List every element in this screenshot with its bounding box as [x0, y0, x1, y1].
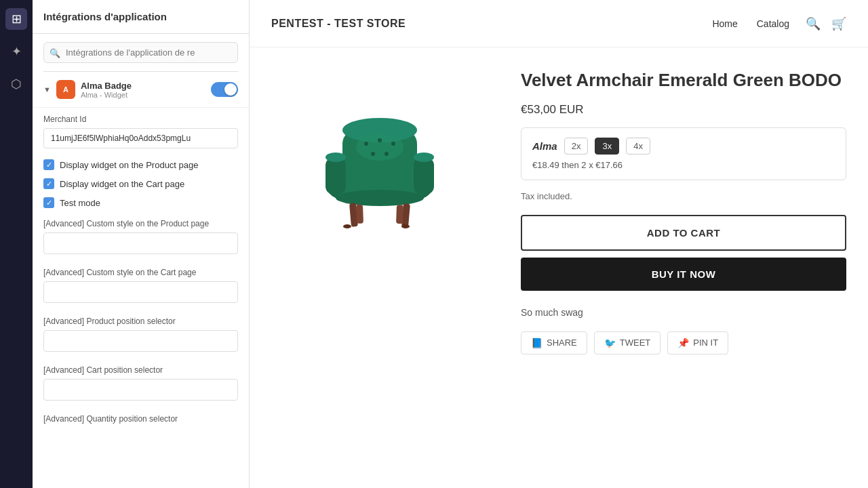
product-title: Velvet Armchair Emerald Green BODO	[521, 69, 846, 92]
svg-point-19	[371, 152, 375, 156]
checkbox-cart-page-label: Display widget on the Cart page	[60, 179, 184, 189]
alma-3x-option[interactable]: 3x	[595, 138, 619, 155]
pinterest-share-button[interactable]: 📌 PIN IT	[667, 331, 728, 354]
left-panel-header: Intégrations d'application	[33, 0, 249, 34]
integration-item: ▼ A Alma Badge Alma - Widget	[33, 72, 249, 108]
merchant-id-section: Merchant Id	[33, 108, 249, 155]
advanced-cart-style-section: [Advanced] Custom style on the Cart page	[33, 261, 249, 310]
buy-it-now-button[interactable]: BUY IT NOW	[521, 258, 846, 291]
advanced-quantity-position-section: [Advanced] Quantity position selector	[33, 407, 249, 434]
store-nav-icons: 🔍 🛒	[806, 16, 846, 31]
svg-rect-5	[414, 157, 434, 195]
product-price: €53,00 EUR	[521, 103, 846, 117]
checkbox-icon: ✓	[43, 197, 54, 208]
advanced-cart-position-input[interactable]	[43, 379, 238, 401]
checkbox-icon: ✓	[43, 178, 54, 189]
twitter-icon: 🐦	[604, 338, 616, 348]
icon-rail-grid[interactable]: ⊞	[5, 8, 27, 30]
left-panel-title: Intégrations d'application	[43, 11, 238, 22]
checkbox-test-mode-label: Test mode	[60, 198, 100, 208]
advanced-product-style-input[interactable]	[43, 232, 238, 254]
left-panel: Intégrations d'application 🔍 ▼ A Alma Ba…	[33, 0, 250, 488]
facebook-share-label: SHARE	[547, 338, 577, 348]
pinterest-share-label: PIN IT	[693, 338, 718, 348]
svg-point-20	[384, 152, 389, 156]
icon-rail: ⊞ ✦ ⬡	[0, 0, 33, 488]
svg-point-9	[336, 190, 424, 206]
advanced-quantity-position-label: [Advanced] Quantity position selector	[43, 414, 238, 424]
alma-widget: Alma 2x 3x 4x €18.49 then 2 x €17.66	[521, 127, 846, 180]
svg-point-7	[414, 152, 434, 162]
advanced-product-style-label: [Advanced] Custom style on the Product p…	[43, 219, 238, 228]
advanced-product-position-input[interactable]	[43, 330, 238, 352]
svg-point-16	[364, 142, 368, 146]
twitter-share-label: TWEET	[620, 338, 651, 348]
advanced-product-style-section: [Advanced] Custom style on the Product p…	[33, 212, 249, 261]
product-image	[292, 83, 468, 259]
main-content: PENTEST - TEST STORE Home Catalog 🔍 🛒	[250, 0, 868, 488]
merchant-id-label: Merchant Id	[43, 115, 238, 124]
integration-header[interactable]: ▼ A Alma Badge Alma - Widget	[43, 80, 238, 99]
product-details: Velvet Armchair Emerald Green BODO €53,0…	[521, 69, 846, 466]
integration-info: Alma Badge Alma - Widget	[81, 81, 205, 99]
svg-point-15	[401, 224, 410, 228]
alma-2x-option[interactable]: 2x	[564, 138, 589, 155]
nav-home[interactable]: Home	[712, 18, 737, 29]
icon-rail-apps[interactable]: ⬡	[5, 73, 27, 95]
integration-sub: Alma - Widget	[81, 91, 205, 99]
svg-rect-12	[356, 205, 363, 224]
svg-rect-13	[396, 205, 403, 224]
svg-point-8	[356, 134, 403, 161]
alma-detail: €18.49 then 2 x €17.66	[532, 160, 835, 170]
advanced-cart-style-input[interactable]	[43, 281, 238, 303]
tax-note: Tax included.	[521, 191, 846, 201]
nav-catalog[interactable]: Catalog	[757, 18, 789, 29]
icon-rail-brush[interactable]: ✦	[5, 41, 27, 62]
pinterest-icon: 📌	[677, 338, 689, 348]
product-image-area	[271, 69, 488, 466]
search-icon[interactable]: 🔍	[806, 16, 821, 31]
advanced-product-position-label: [Advanced] Product position selector	[43, 317, 238, 326]
cart-icon[interactable]: 🛒	[831, 16, 846, 31]
twitter-share-button[interactable]: 🐦 TWEET	[594, 331, 661, 354]
facebook-share-button[interactable]: 📘 SHARE	[521, 331, 587, 354]
advanced-cart-position-section: [Advanced] Cart position selector	[33, 359, 249, 407]
checkbox-icon: ✓	[43, 159, 54, 170]
search-icon: 🔍	[50, 47, 60, 58]
search-input[interactable]	[43, 42, 238, 63]
advanced-product-position-section: [Advanced] Product position selector	[33, 310, 249, 359]
advanced-cart-style-label: [Advanced] Custom style on the Cart page	[43, 268, 238, 277]
checkbox-test-mode[interactable]: ✓ Test mode	[33, 193, 249, 212]
expand-arrow-icon: ▼	[43, 85, 51, 94]
alma-brand-label: Alma	[532, 140, 557, 152]
merchant-id-input[interactable]	[43, 128, 238, 148]
product-area: Velvet Armchair Emerald Green BODO €53,0…	[250, 47, 868, 488]
svg-point-17	[378, 138, 382, 142]
checkbox-cart-page[interactable]: ✓ Display widget on the Cart page	[33, 174, 249, 193]
svg-point-6	[326, 152, 346, 162]
integration-logo-icon: A	[56, 80, 75, 99]
integration-name: Alma Badge	[81, 81, 205, 91]
store-nav-links: Home Catalog	[712, 18, 789, 29]
advanced-cart-position-label: [Advanced] Cart position selector	[43, 365, 238, 375]
enable-toggle[interactable]	[211, 82, 238, 97]
svg-point-14	[343, 224, 351, 228]
toggle-thumb	[224, 83, 237, 96]
facebook-icon: 📘	[531, 338, 542, 348]
product-tagline: So much swag	[521, 307, 846, 318]
store-logo: PENTEST - TEST STORE	[271, 17, 406, 30]
checkbox-product-page[interactable]: ✓ Display widget on the Product page	[33, 155, 249, 174]
alma-4x-option[interactable]: 4x	[626, 138, 650, 155]
add-to-cart-button[interactable]: ADD TO CART	[521, 215, 846, 251]
checkbox-product-page-label: Display widget on the Product page	[60, 160, 199, 170]
alma-widget-row: Alma 2x 3x 4x	[532, 138, 835, 155]
svg-rect-4	[326, 157, 346, 195]
search-box: 🔍	[43, 42, 238, 63]
svg-point-18	[391, 142, 395, 146]
store-nav: PENTEST - TEST STORE Home Catalog 🔍 🛒	[250, 0, 868, 47]
social-share: 📘 SHARE 🐦 TWEET 📌 PIN IT	[521, 331, 846, 354]
